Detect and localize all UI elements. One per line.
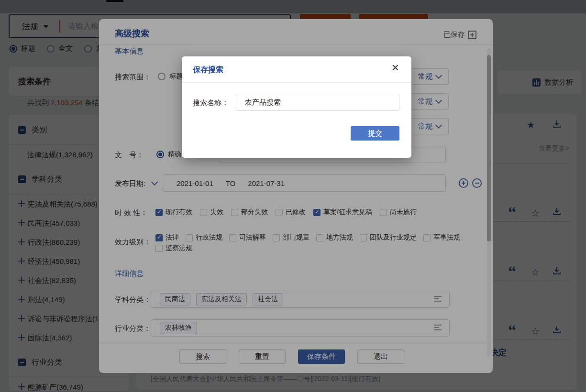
dialog-header-divider [182,82,411,83]
save-search-dialog: 保存搜索 × 搜索名称： 提交 [182,56,411,158]
search-name-input[interactable] [236,94,399,111]
search-name-label: 搜索名称： [193,98,229,108]
screen: 法规 标题全文发 搜索条件 共找到2,103,254条结果 类别法律法规(1,3… [0,0,586,392]
save-dialog-title: 保存搜索 [193,65,223,75]
close-icon[interactable]: × [392,61,399,74]
submit-button[interactable]: 提交 [351,126,399,141]
